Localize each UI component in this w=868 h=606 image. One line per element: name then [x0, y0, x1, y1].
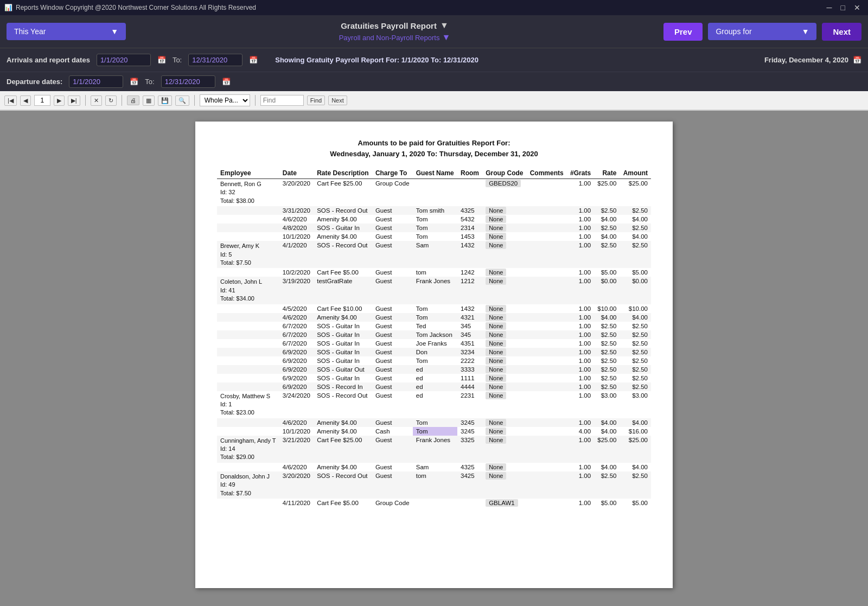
zoom-button[interactable]: 🔍 — [175, 95, 189, 106]
whole-pages-select[interactable]: Whole Pa... — [200, 94, 250, 106]
next-page-button[interactable]: ▶ — [54, 95, 65, 106]
guest-name-cell: Tom — [413, 215, 457, 224]
employee-total: Total: $34.00 — [220, 295, 254, 302]
col-guest-name: Guest Name — [413, 168, 457, 179]
employee-total: Total: $7.50 — [220, 490, 251, 496]
group-code-cell: None — [482, 356, 527, 365]
comments-cell — [527, 304, 567, 313]
friday-calendar-icon[interactable]: 📅 — [853, 56, 861, 64]
table-header-row: Employee Date Rate Description Charge To… — [217, 168, 651, 179]
amount-cell: $5.00 — [620, 268, 651, 277]
guest-name-cell: Tom — [413, 224, 457, 232]
date-cell: 4/11/2020 — [279, 499, 314, 507]
comments-cell — [527, 418, 567, 427]
arrival-from-calendar-icon[interactable]: 📅 — [157, 56, 166, 64]
first-page-button[interactable]: |◀ — [4, 95, 17, 106]
group-code-cell: None — [482, 206, 527, 215]
charge-to-cell: Guest — [372, 215, 413, 224]
group-code-cell: None — [482, 277, 527, 304]
none-badge: None — [486, 374, 506, 382]
arrival-to-date[interactable] — [188, 54, 242, 66]
col-group-code: Group Code — [482, 168, 527, 179]
departure-to-date[interactable] — [161, 75, 215, 88]
grats-cell: 1.00 — [567, 382, 594, 391]
guest-name-cell: tom — [413, 471, 457, 499]
comments-cell — [527, 471, 567, 499]
arrival-to-calendar-icon[interactable]: 📅 — [249, 56, 258, 64]
room-cell: 3245 — [457, 418, 482, 427]
room-cell: 2222 — [457, 356, 482, 365]
groups-for-dropdown[interactable]: Groups for ▼ — [708, 23, 816, 40]
arrival-from-date[interactable] — [97, 54, 151, 66]
refresh-button[interactable]: ↻ — [105, 95, 117, 106]
guest-name-cell: Tom — [413, 356, 457, 365]
room-cell: 3234 — [457, 348, 482, 356]
charge-to-cell: Guest — [372, 365, 413, 374]
export-button[interactable]: 💾 — [158, 95, 172, 106]
room-cell: 1111 — [457, 374, 482, 382]
grats-cell: 1.00 — [567, 277, 594, 304]
next-button[interactable]: Next — [822, 23, 861, 41]
layout-button[interactable]: ▦ — [143, 95, 155, 106]
minimize-button[interactable]: ─ — [824, 3, 835, 12]
guest-name-cell: Frank Jones — [413, 277, 457, 304]
room-cell: 2314 — [457, 224, 482, 232]
departure-from-date[interactable] — [69, 75, 123, 88]
guest-name-cell: Tom smith — [413, 206, 457, 215]
comments-cell — [527, 313, 567, 322]
rate-cell: $25.00 — [594, 179, 620, 207]
departure-from-calendar-icon[interactable]: 📅 — [130, 78, 138, 86]
group-code-cell: None — [482, 391, 527, 418]
find-next-button[interactable]: Next — [328, 95, 347, 105]
prev-button[interactable]: Prev — [663, 23, 703, 41]
room-cell: 2231 — [457, 391, 482, 418]
table-row: 6/9/2020SOS - Guitar InGuestDon3234None1… — [217, 348, 651, 356]
rate-cell: $5.00 — [594, 268, 620, 277]
grats-cell: 1.00 — [567, 322, 594, 330]
employee-id: Id: 49 — [220, 481, 235, 488]
comments-cell — [527, 365, 567, 374]
guest-name-cell: Don — [413, 348, 457, 356]
employee-cell: Cunningham, Andy TId: 14Total: $29.00 — [217, 436, 279, 463]
find-button[interactable]: Find — [307, 95, 325, 105]
date-toolbar: Arrivals and report dates 📅 To: 📅 Showin… — [0, 48, 868, 72]
report-table: Employee Date Rate Description Charge To… — [217, 168, 651, 507]
rate-cell: $3.00 — [594, 391, 620, 418]
maximize-button[interactable]: □ — [838, 3, 848, 12]
table-row: 6/7/2020SOS - Guitar InGuestTom Jackson3… — [217, 330, 651, 339]
grats-cell: 1.00 — [567, 339, 594, 348]
page-number-input[interactable] — [34, 95, 50, 106]
last-page-button[interactable]: ▶| — [68, 95, 80, 106]
rate-desc-cell: Amenity $4.00 — [314, 463, 372, 471]
rate-desc-cell: SOS - Guitar In — [314, 356, 372, 365]
find-input[interactable] — [260, 95, 304, 106]
grats-cell: 1.00 — [567, 330, 594, 339]
group-code-cell: None — [482, 241, 527, 268]
amount-cell: $2.50 — [620, 330, 651, 339]
this-year-dropdown[interactable]: This Year ▼ — [7, 23, 126, 40]
amount-cell: $2.50 — [620, 382, 651, 391]
prev-page-button[interactable]: ◀ — [20, 95, 31, 106]
title-bar-left: 📊 Reports Window Copyright @2020 Northwe… — [4, 4, 256, 11]
rate-desc-cell: Cart Fee $10.00 — [314, 304, 372, 313]
employee-cell: Brewer, Amy KId: 5Total: $7.50 — [217, 241, 279, 268]
employee-name: Bennett, Ron GId: 32Total: $38.00 — [220, 180, 276, 205]
none-badge: None — [486, 436, 506, 444]
group-code-cell: None — [482, 322, 527, 330]
charge-to-cell: Guest — [372, 374, 413, 382]
rate-desc-cell: Cart Fee $25.00 — [314, 436, 372, 463]
table-row: 4/5/2020Cart Fee $10.00GuestTom1432None1… — [217, 304, 651, 313]
departure-to-calendar-icon[interactable]: 📅 — [222, 78, 231, 86]
stop-button[interactable]: ✕ — [91, 95, 102, 106]
employee-cell: Bennett, Ron GId: 32Total: $38.00 — [217, 179, 279, 207]
group-code-cell: GBLAW1 — [482, 499, 527, 507]
date-cell: 6/9/2020 — [279, 382, 314, 391]
room-cell: 3245 — [457, 427, 482, 436]
group-code-cell: None — [482, 374, 527, 382]
close-button[interactable]: ✕ — [851, 3, 864, 12]
print-button[interactable]: 🖨 — [127, 95, 139, 105]
rate-desc-cell: SOS - Record Out — [314, 391, 372, 418]
grats-cell: 1.00 — [567, 241, 594, 268]
table-row: 10/1/2020Amenity $4.00CashTom3245None4.0… — [217, 427, 651, 436]
title-bar-controls[interactable]: ─ □ ✕ — [824, 3, 864, 12]
